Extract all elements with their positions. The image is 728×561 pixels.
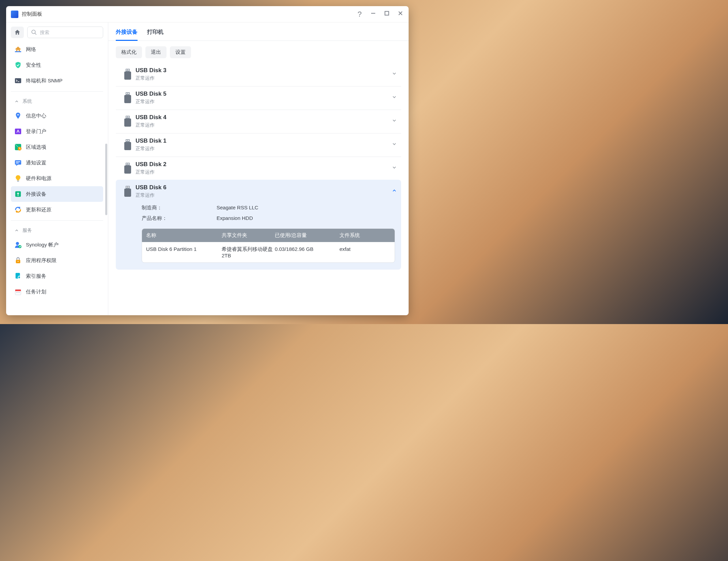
- device-status: 正常运作: [136, 122, 392, 128]
- svg-rect-43: [126, 116, 130, 118]
- svg-rect-18: [16, 163, 19, 163]
- external-device-icon: [14, 190, 22, 198]
- search-input[interactable]: [40, 30, 99, 35]
- action-bar: 格式化 退出 设置: [108, 41, 409, 63]
- sidebar-item-notification[interactable]: 通知设置: [11, 155, 103, 171]
- product-label: 产品名称：: [142, 215, 217, 222]
- svg-rect-44: [126, 116, 127, 117]
- svg-rect-10: [18, 114, 18, 116]
- manufacturer-label: 制造商：: [142, 205, 217, 211]
- sidebar-group-system[interactable]: 系统: [6, 94, 108, 108]
- device-row-expanded[interactable]: USB Disk 6 正常运作: [116, 180, 401, 203]
- svg-rect-37: [128, 69, 129, 70]
- eject-button[interactable]: 退出: [145, 46, 167, 58]
- chevron-down-icon: [392, 94, 397, 101]
- svg-rect-56: [126, 187, 127, 188]
- sidebar-item-network[interactable]: 网络: [11, 42, 103, 57]
- sidebar-item-label: 信息中心: [26, 113, 46, 119]
- svg-rect-45: [128, 116, 129, 117]
- svg-rect-34: [19, 292, 20, 293]
- svg-rect-31: [15, 290, 21, 291]
- sidebar-item-login-portal[interactable]: 登录门户: [11, 124, 103, 139]
- sidebar-item-security[interactable]: 安全性: [11, 57, 103, 73]
- usb-drive-icon: [120, 92, 136, 103]
- svg-rect-33: [18, 292, 19, 293]
- svg-rect-46: [124, 118, 131, 127]
- device-row[interactable]: USB Disk 1 正常运作: [116, 133, 401, 157]
- device-name: USB Disk 5: [136, 91, 392, 97]
- info-icon: [14, 112, 22, 119]
- sidebar-item-indexing[interactable]: 索引服务: [11, 268, 103, 284]
- sidebar-scrollbar[interactable]: [105, 144, 107, 215]
- svg-rect-51: [126, 163, 130, 165]
- sidebar-item-app-privileges[interactable]: 应用程序权限: [11, 253, 103, 268]
- titlebar: 控制面板 ?: [6, 6, 409, 22]
- col-header-name: 名称: [146, 232, 222, 239]
- sidebar-item-hardware-power[interactable]: 硬件和电源: [11, 171, 103, 186]
- sidebar-item-terminal-snmp[interactable]: 终端机和 SNMP: [11, 73, 103, 89]
- svg-rect-58: [124, 189, 131, 197]
- svg-rect-27: [16, 273, 20, 279]
- svg-rect-17: [16, 161, 20, 162]
- tabs: 外接设备 打印机: [108, 22, 409, 41]
- sidebar-item-label: 通知设置: [26, 160, 46, 166]
- bulb-icon: [14, 175, 22, 182]
- chevron-up-icon: [14, 99, 19, 104]
- device-row[interactable]: USB Disk 3 正常运作: [116, 63, 401, 86]
- sidebar-group-services[interactable]: 服务: [6, 223, 108, 237]
- svg-point-26: [18, 261, 19, 262]
- partition-row[interactable]: USB Disk 6 Partition 1 希捷睿翼系列移动硬盘2TB 0.0…: [142, 242, 395, 262]
- sidebar-item-label: 任务计划: [26, 289, 46, 295]
- svg-marker-6: [15, 47, 21, 52]
- help-button[interactable]: ?: [356, 10, 363, 19]
- sidebar-item-label: 区域选项: [26, 144, 46, 150]
- sidebar-item-label: Synology 帐户: [26, 242, 59, 248]
- tab-external-devices[interactable]: 外接设备: [116, 29, 138, 41]
- sidebar-item-label: 更新和还原: [26, 207, 51, 213]
- svg-rect-42: [124, 95, 131, 103]
- home-button[interactable]: [11, 27, 24, 38]
- svg-rect-40: [126, 93, 127, 94]
- sidebar-item-regional[interactable]: 区域选项: [11, 139, 103, 155]
- window-title: 控制面板: [22, 11, 356, 17]
- svg-rect-32: [16, 292, 17, 293]
- device-status: 正常运作: [136, 146, 392, 152]
- partition-usage: 0.03/1862.96 GB: [275, 246, 339, 258]
- svg-line-29: [20, 278, 21, 279]
- home-icon: [14, 29, 21, 36]
- device-name: USB Disk 4: [136, 114, 392, 121]
- svg-rect-35: [126, 69, 130, 71]
- usb-drive-icon: [120, 115, 136, 127]
- minimize-button[interactable]: [370, 11, 377, 18]
- sidebar-item-info-center[interactable]: 信息中心: [11, 108, 103, 124]
- chevron-down-icon: [392, 118, 397, 125]
- sidebar-item-external-devices[interactable]: 外接设备: [11, 186, 103, 202]
- close-button[interactable]: [397, 11, 404, 18]
- device-name: USB Disk 1: [136, 138, 392, 144]
- manufacturer-value: Seagate RSS LLC: [217, 205, 258, 211]
- control-panel-window: 控制面板 ?: [6, 6, 409, 315]
- svg-rect-55: [126, 186, 130, 189]
- usb-drive-icon: [120, 139, 136, 150]
- maximize-button[interactable]: [383, 11, 390, 18]
- tab-printers[interactable]: 打印机: [147, 29, 163, 41]
- col-header-usage: 已使用/总容量: [275, 232, 339, 239]
- svg-line-5: [35, 33, 36, 35]
- product-value: Expansion HDD: [217, 215, 253, 222]
- sidebar-item-label: 硬件和电源: [26, 175, 51, 182]
- svg-rect-41: [128, 93, 129, 94]
- device-row[interactable]: USB Disk 2 正常运作: [116, 157, 401, 180]
- search-box[interactable]: [27, 27, 103, 38]
- device-row[interactable]: USB Disk 4 正常运作: [116, 110, 401, 133]
- app-icon: [11, 11, 18, 18]
- sidebar-item-synology-account[interactable]: Synology 帐户: [11, 237, 103, 253]
- settings-button[interactable]: 设置: [170, 46, 191, 58]
- format-button[interactable]: 格式化: [116, 46, 142, 58]
- sidebar-item-label: 登录门户: [26, 128, 46, 135]
- sidebar-item-label: 外接设备: [26, 191, 46, 197]
- sidebar-item-update-restore[interactable]: 更新和还原: [11, 202, 103, 218]
- chevron-up-icon: [392, 188, 397, 195]
- device-row[interactable]: USB Disk 5 正常运作: [116, 86, 401, 110]
- svg-rect-47: [126, 139, 130, 142]
- sidebar-item-task-scheduler[interactable]: 任务计划: [11, 284, 103, 300]
